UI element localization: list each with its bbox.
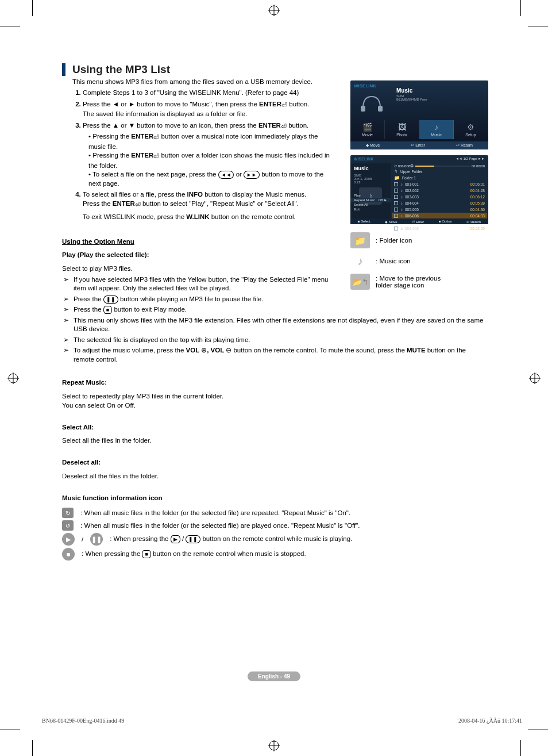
- row-duration: 00:04:28: [470, 189, 485, 193]
- checkbox-icon: [394, 227, 398, 231]
- page-number-pill: English - 49: [248, 671, 300, 681]
- row-name: 002-002: [405, 189, 468, 193]
- t: button to select "Play", "Repeat Music" …: [141, 200, 299, 207]
- row-duration: 00:04:30: [470, 208, 485, 212]
- opt-label: Exit: [354, 208, 360, 211]
- legend-row: 📁 : Folder icon: [350, 232, 488, 248]
- hint: ↩ Return: [466, 220, 481, 224]
- opt-label: Select All: [354, 203, 368, 206]
- icon-glyph: ↻: [65, 510, 70, 516]
- mf-row: ↺ : When all music files in the folder (…: [62, 520, 487, 531]
- row-duration: 00:02:25: [470, 227, 485, 231]
- hint-bar: ◆ Move ⏎ Enter ↩ Return: [350, 141, 488, 149]
- movie-icon: 🎬: [350, 122, 384, 132]
- file-list: ↺ 006/008 ⦿ 00:00/00 ↰Upper Folder📁Folde…: [392, 163, 487, 218]
- slash: /: [82, 536, 83, 543]
- svg-rect-12: [361, 106, 365, 112]
- vol-label: VOL: [186, 347, 202, 354]
- row-duration: 00:04:33: [470, 214, 485, 218]
- row-icon: ♪: [400, 194, 403, 199]
- checkbox-icon: [394, 208, 398, 212]
- t: : When pressing the: [110, 535, 170, 542]
- t: Press the: [74, 296, 103, 302]
- row-icon: 📁: [394, 175, 400, 181]
- t: The selected file is displayed on the to…: [74, 336, 250, 343]
- note: This menu only shows files with the MP3 …: [74, 316, 487, 334]
- up-folder-icon: 📂↰: [350, 274, 370, 290]
- osd-top-panel: WISELINK Music SUM 861MB/994MB Free 🎬Mov…: [350, 80, 488, 149]
- repeat-text: Select to repeatedly play MP3 files in t…: [62, 393, 487, 400]
- tile-label: Music: [431, 133, 441, 137]
- row-name: 006-006: [405, 214, 468, 218]
- mf-text: : When pressing the ■ button on the remo…: [82, 550, 306, 558]
- crop-mark: [0, 26, 20, 26]
- progress-bar: [415, 166, 469, 167]
- section-title: Using the MP3 List: [72, 63, 487, 76]
- wlink-label: W.LINK: [186, 213, 209, 220]
- option-row: Repeat MusicOff ►: [350, 198, 391, 202]
- t: To adjust the music volume, press the: [74, 347, 186, 354]
- icon-glyph: ▶: [66, 536, 71, 543]
- mf-text: : When all music files in the folder (or…: [80, 522, 360, 529]
- opt-label: Play: [354, 194, 361, 197]
- row-duration: 00:05:39: [470, 201, 485, 205]
- deselect-subheading: Deselect all:: [62, 459, 487, 466]
- icon-glyph: ↺: [65, 523, 70, 529]
- list-item: ♪002-00200:04:28: [392, 187, 487, 194]
- t: To exit WISELINK mode, press the: [83, 213, 186, 220]
- play-icon: ▶: [171, 535, 180, 543]
- t: button on the remote control when music …: [151, 550, 306, 557]
- rewind-icon: ◄◄: [218, 171, 234, 179]
- t: button to exit Play mode.: [112, 306, 187, 313]
- tile-label: Photo: [396, 133, 407, 137]
- t: button on the remote control. To mute th…: [231, 347, 407, 354]
- mf-row: ↻ : When all music files in the folder (…: [62, 508, 487, 518]
- opt-value: Off ►: [379, 198, 388, 202]
- registration-mark: [268, 5, 280, 16]
- legend: 📁 : Folder icon ♪ : Music icon 📂↰ : Move…: [350, 232, 488, 290]
- music-icon: ♪: [350, 253, 370, 269]
- note: Press the ❚❚ button while playing an MP3…: [74, 295, 487, 304]
- registration-mark: [529, 373, 541, 384]
- info-label: INFO: [187, 191, 203, 198]
- t: Press the: [74, 306, 103, 313]
- t: To select all files or a file, press the: [83, 191, 187, 198]
- stop-icon: ■: [103, 306, 112, 314]
- mf-text: : When all music files in the folder (or…: [80, 509, 350, 516]
- tile-label: Setup: [465, 133, 476, 137]
- hint-bar: ■ Select ◆ Move ⏎ Enter ■ Option ↩ Retur…: [350, 218, 488, 224]
- gear-icon: ⚙: [454, 122, 488, 132]
- list-item: ♪003-00300:06:12: [392, 194, 487, 200]
- t: Press the: [83, 200, 113, 207]
- enter-label: ENTER: [131, 133, 153, 140]
- options-menu: PlayRepeat MusicOff ►Select AllExit: [350, 193, 391, 212]
- row-name: Upper Folder: [400, 170, 485, 174]
- list-header: ↺ 006/008 ⦿ 00:00/00: [392, 163, 487, 168]
- pause-icon: ❚❚: [103, 296, 118, 304]
- stop-icon: ■: [142, 550, 150, 558]
- disc-icon: ⦿: [410, 164, 414, 168]
- registration-mark: [7, 373, 19, 384]
- music-icon: ♪: [419, 122, 453, 132]
- hint: ◆ Move: [366, 143, 380, 148]
- note: The selected file is displayed on the to…: [74, 336, 487, 345]
- crop-mark: [32, 0, 33, 16]
- storage-text: SUM 861MB/994MB Free: [396, 94, 427, 101]
- t: Pressing the: [92, 133, 131, 140]
- legend-text: : Folder icon: [376, 237, 412, 244]
- list-item: ♪005-00500:04:30: [392, 206, 487, 213]
- wiselink-brand: WISELINK: [354, 157, 373, 161]
- crop-mark: [528, 730, 548, 730]
- side-panel: Music SMB Jun 1, 2008 0:23 ♪ PlayRepeat …: [350, 163, 391, 218]
- mf-row: ■ : When pressing the ■ button on the re…: [62, 548, 487, 561]
- enter-icon: ⏎: [281, 101, 287, 110]
- icon-glyph: ■: [67, 551, 71, 558]
- registration-mark: [268, 740, 280, 751]
- option-row: Select All: [350, 202, 391, 207]
- photo-icon: 🖼: [385, 122, 419, 132]
- t: To select a file on the next page, press…: [92, 171, 218, 178]
- t: button to display the Music menus.: [203, 191, 306, 198]
- row-icon: ♪: [400, 188, 403, 193]
- screenshot-panels: WISELINK Music SUM 861MB/994MB Free 🎬Mov…: [350, 80, 488, 294]
- row-name: 005-005: [405, 208, 468, 212]
